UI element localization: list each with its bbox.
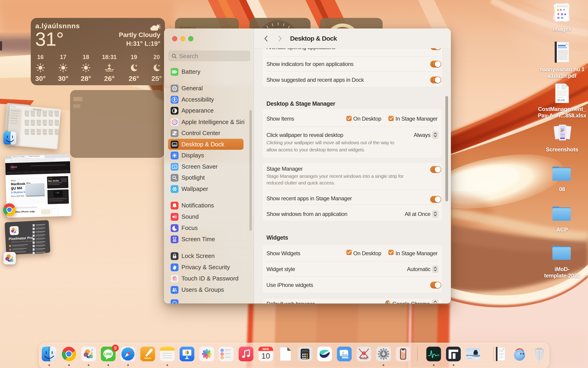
- svg-text:Pay-As: Pay-As: [561, 85, 565, 86]
- svg-text:10: 10: [261, 351, 270, 360]
- svg-text:WebP: WebP: [360, 357, 368, 360]
- svg-text:XLSX: XLSX: [557, 98, 565, 102]
- svg-text:Subscrip: Subscrip: [561, 86, 566, 88]
- svg-text:LINE: LINE: [104, 352, 112, 356]
- svg-text:naunnta: naunnta: [561, 88, 566, 89]
- svg-text:MAR: MAR: [263, 348, 269, 351]
